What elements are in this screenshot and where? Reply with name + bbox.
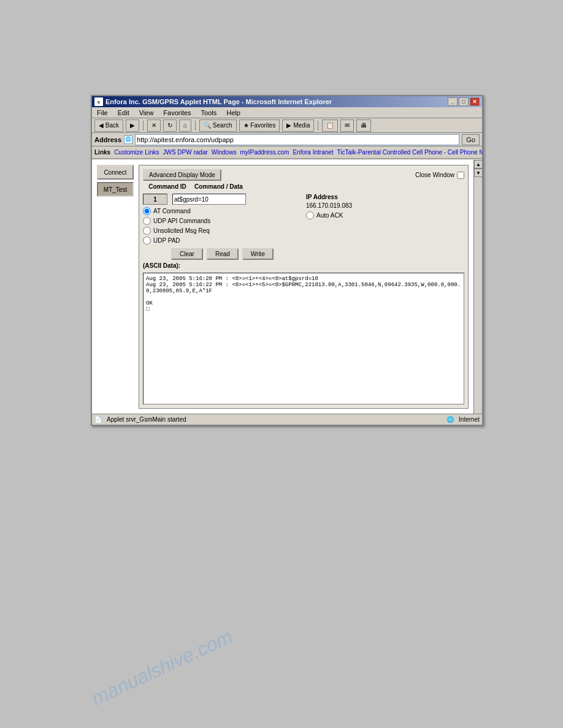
ascii-line-1: Aug 23, 2005 5:16:20 PM : <0>=<1>+<4>=<0… xyxy=(146,276,461,282)
address-bar: Address 🌐 Go xyxy=(92,133,482,146)
write-button[interactable]: Write xyxy=(242,248,274,260)
button-row: Clear Read Write xyxy=(143,248,464,260)
title-bar: e Enfora Inc. GSM/GPRS Applet HTML Page … xyxy=(92,96,482,107)
toolbar-separator-3 xyxy=(318,121,318,131)
home-button[interactable]: ⌂ xyxy=(179,119,191,132)
radio-unsolicited-label: Unsolicited Msg Req xyxy=(153,227,210,234)
minimize-button[interactable]: _ xyxy=(448,97,458,106)
connect-button[interactable]: Connect xyxy=(97,165,134,180)
ascii-line-4: OK xyxy=(146,300,461,306)
form-left: 1 AT Command UDP API Commands xyxy=(143,194,301,245)
ip-section: IP Address 166.170.019.083 xyxy=(306,194,464,209)
refresh-button[interactable]: ↻ xyxy=(163,119,177,132)
window-title: Enfora Inc. GSM/GPRS Applet HTML Page - … xyxy=(105,98,448,105)
toolbar-separator-1 xyxy=(143,121,144,131)
address-label: Address xyxy=(94,136,121,143)
toolbar-separator-2 xyxy=(195,121,196,131)
auto-ack-row: Auto ACK xyxy=(306,211,464,219)
content-area: Connect MT_Test Advanced Display Mode Cl… xyxy=(92,160,473,414)
mt-test-button[interactable]: MT_Test xyxy=(97,182,134,197)
menu-edit[interactable]: Edit xyxy=(115,109,132,116)
radio-udp-api[interactable]: UDP API Commands xyxy=(143,217,301,225)
back-button[interactable]: ◀ Back xyxy=(94,119,123,132)
search-button[interactable]: 🔍 Search xyxy=(199,119,236,132)
col-header-command-id: Command ID xyxy=(143,183,192,190)
scrollbar: ▲ ▼ xyxy=(473,160,482,414)
forward-button[interactable]: ▶ xyxy=(126,119,139,132)
links-label: Links xyxy=(94,149,110,156)
radio-udp-pad-label: UDP PAD xyxy=(153,237,180,244)
radio-group: AT Command UDP API Commands Unsolicited … xyxy=(143,207,301,245)
ascii-line-3 xyxy=(146,294,461,300)
menu-bar: File Edit View Favorites Tools Help xyxy=(92,107,482,118)
scroll-down-button[interactable]: ▼ xyxy=(474,169,483,177)
links-windows[interactable]: Windows xyxy=(212,149,237,156)
ascii-label: (ASCII Data): xyxy=(143,262,464,269)
advanced-display-button[interactable]: Advanced Display Mode xyxy=(143,169,221,181)
status-bar: 📄 Applet srvr_GsmMain started 🌐 Internet xyxy=(92,414,482,425)
close-window-area: Close Window xyxy=(415,172,464,179)
radio-at-command[interactable]: AT Command xyxy=(143,207,301,215)
app-panel: Connect MT_Test Advanced Display Mode Cl… xyxy=(97,165,469,409)
watermark: manualshive.com xyxy=(88,625,236,710)
toolbar: ◀ Back ▶ ✕ ↻ ⌂ 🔍 Search ★ Favorites ▶ Me… xyxy=(92,118,482,133)
auto-ack-radio[interactable] xyxy=(306,211,314,219)
browser-icon: e xyxy=(94,97,103,106)
links-enfora[interactable]: Enfora Intranet xyxy=(293,149,333,156)
applet-icon: 📄 xyxy=(94,416,102,423)
col-header-command-data: Command / Data xyxy=(194,183,464,190)
links-myip[interactable]: myIPaddress.com xyxy=(240,149,289,156)
command-data-input[interactable] xyxy=(172,194,246,205)
browser-window: e Enfora Inc. GSM/GPRS Applet HTML Page … xyxy=(91,95,483,426)
links-bar: Links Customize Links JWS DPW radar Wind… xyxy=(92,146,482,159)
links-customize[interactable]: Customize Links xyxy=(114,149,159,156)
ascii-line-5: □ xyxy=(146,306,461,313)
media-button[interactable]: ▶ Media xyxy=(282,119,314,132)
status-text: Applet srvr_GsmMain started xyxy=(107,416,442,423)
address-input[interactable] xyxy=(135,134,459,145)
radio-at-label: AT Command xyxy=(153,208,191,214)
menu-view[interactable]: View xyxy=(137,109,156,116)
print-button[interactable]: 🖶 xyxy=(356,119,371,132)
top-row: Advanced Display Mode Close Window xyxy=(143,169,464,181)
form-two-col: 1 AT Command UDP API Commands xyxy=(143,194,464,245)
close-button[interactable]: ✕ xyxy=(470,97,480,106)
page-icon: 🌐 xyxy=(124,135,132,144)
read-button[interactable]: Read xyxy=(207,248,239,260)
menu-help[interactable]: Help xyxy=(224,109,243,116)
window-controls: _ □ ✕ xyxy=(448,97,480,106)
command-row: 1 xyxy=(143,194,301,205)
column-headers: Command ID Command / Data xyxy=(143,183,464,191)
close-window-checkbox[interactable] xyxy=(457,172,464,179)
main-panel: Advanced Display Mode Close Window Comma… xyxy=(139,165,469,409)
internet-icon: 🌐 xyxy=(446,416,454,423)
mail-button[interactable]: ✉ xyxy=(340,119,354,132)
menu-file[interactable]: File xyxy=(94,109,110,116)
links-tictalk[interactable]: TicTalk-Parental Controlled Cell Phone -… xyxy=(337,149,482,156)
ascii-output: Aug 23, 2005 5:16:20 PM : <0>=<1>+<4>=<0… xyxy=(143,273,464,404)
ip-label: IP Address xyxy=(306,194,464,200)
radio-udp-pad[interactable]: UDP PAD xyxy=(143,237,301,245)
close-window-label: Close Window xyxy=(415,172,454,178)
radio-udp-label: UDP API Commands xyxy=(153,218,210,224)
stop-button[interactable]: ✕ xyxy=(147,119,161,132)
clear-button[interactable]: Clear xyxy=(171,248,203,260)
menu-tools[interactable]: Tools xyxy=(199,109,220,116)
history-button[interactable]: 📋 xyxy=(322,119,338,132)
favorites-button[interactable]: ★ Favorites xyxy=(239,119,280,132)
radio-unsolicited[interactable]: Unsolicited Msg Req xyxy=(143,227,301,235)
left-sidebar: Connect MT_Test xyxy=(97,165,134,409)
auto-ack-label: Auto ACK xyxy=(316,212,343,219)
go-button[interactable]: Go xyxy=(462,134,480,145)
links-jws[interactable]: JWS DPW radar xyxy=(163,149,207,156)
ascii-line-2: Aug 23, 2005 5:16:22 PM : <0>=<1>+<5>=<0… xyxy=(146,282,461,294)
ip-value: 166.170.019.083 xyxy=(306,202,464,209)
zone-label: Internet xyxy=(459,416,480,423)
form-right: IP Address 166.170.019.083 Auto ACK xyxy=(306,194,464,245)
scroll-up-button[interactable]: ▲ xyxy=(474,160,483,169)
menu-favorites[interactable]: Favorites xyxy=(161,109,193,116)
command-id-value: 1 xyxy=(143,194,167,205)
maximize-button[interactable]: □ xyxy=(459,97,469,106)
